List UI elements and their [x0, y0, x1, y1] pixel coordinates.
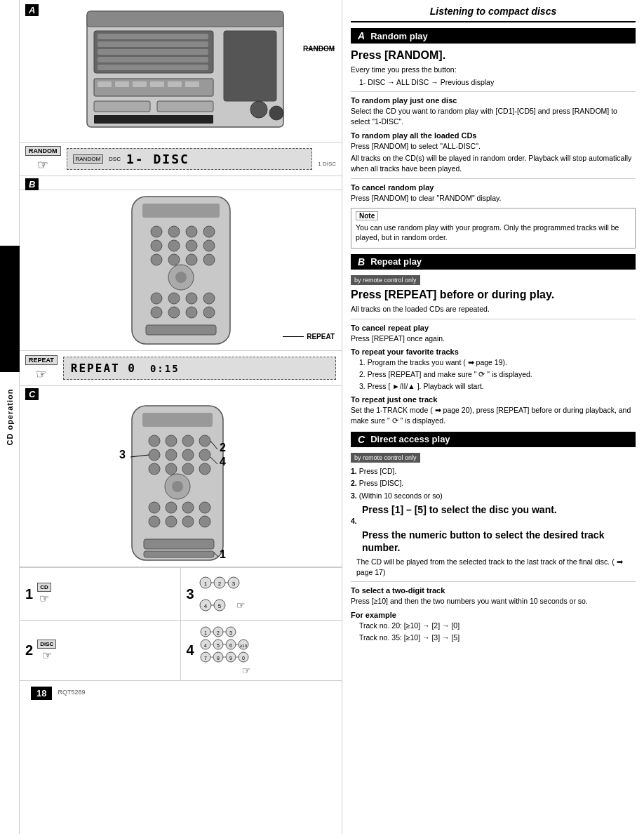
random-button-label: RANDOM — [25, 146, 61, 156]
repeat-button-label: REPEAT — [25, 355, 58, 365]
svg-point-27 — [151, 240, 162, 251]
svg-rect-8 — [224, 31, 276, 101]
svg-rect-20 — [94, 115, 213, 124]
svg-text:2: 2 — [217, 630, 220, 635]
svg-point-64 — [182, 502, 194, 513]
svg-text:1: 1 — [220, 548, 226, 560]
num-buttons-row2-svg: 4 5 — [199, 595, 234, 616]
svg-text:5: 5 — [217, 603, 221, 609]
svg-text:5: 5 — [217, 643, 220, 648]
repeat-arrow-label: REPEAT — [283, 333, 335, 340]
section-c-two-digit-text: Press [≥10] and then the two numbers you… — [351, 596, 636, 607]
sep3 — [351, 319, 636, 319]
note-text: You can use random play with your progra… — [356, 223, 631, 243]
model-code: RQT5289 — [58, 689, 85, 696]
svg-point-58 — [182, 463, 194, 475]
svg-point-54 — [182, 449, 194, 461]
section-a-sub2-text: Press [RANDOM] to select "ALL-DISC". — [351, 141, 636, 152]
svg-point-53 — [166, 449, 177, 461]
random-badge-display: RANDOM — [73, 154, 104, 164]
svg-text:4: 4 — [203, 603, 207, 609]
svg-point-48 — [149, 435, 160, 446]
step-1-cell: 1 CD ☞ — [20, 568, 181, 621]
svg-point-29 — [186, 240, 197, 251]
section-c-badge: by remote control only — [351, 453, 420, 463]
section-b-header: B Repeat play — [351, 254, 636, 270]
svg-point-51 — [199, 435, 210, 446]
section-a-sub4-text: Press [RANDOM] to clear "RANDOM" display… — [351, 193, 636, 204]
step-4-buttons: 1 2 3 4 5 6 — [199, 625, 251, 676]
num-buttons-row1-svg: 1 2 3 — [199, 572, 241, 593]
svg-rect-9 — [94, 79, 213, 96]
step2-num: 2. — [351, 479, 357, 487]
random-arrow-line — [307, 48, 335, 49]
section-a-illustration: A — [20, 0, 342, 143]
section-c-step3-qualifier: 3. (Within 10 seconds or so) — [351, 491, 636, 501]
note-label: Note — [356, 211, 378, 220]
svg-point-37 — [151, 293, 162, 304]
svg-point-65 — [199, 502, 210, 513]
section-c-example-list: Track no. 20: [≥10] → [2] → [0] Track no… — [351, 621, 636, 642]
step-1-number: 1 — [25, 586, 33, 602]
section-c-two-digit-heading: To select a two-digit track — [351, 586, 636, 595]
repeat-time-display: 0:15 — [150, 363, 180, 374]
svg-point-33 — [186, 254, 197, 265]
step-2-icon: DISC ☞ — [37, 640, 56, 662]
svg-point-68 — [182, 516, 194, 527]
section-b-sub3-heading: To repeat just one track — [351, 395, 636, 404]
svg-text:3: 3 — [119, 449, 126, 461]
svg-rect-22 — [142, 204, 220, 218]
section-a-sub2-heading: To random play all the loaded CDs — [351, 131, 636, 140]
svg-point-31 — [151, 254, 162, 265]
left-panel: A — [20, 0, 342, 834]
svg-point-59 — [199, 463, 210, 475]
section-a-letter: A — [358, 30, 365, 41]
sidebar-black-bar — [0, 246, 20, 372]
section-c-step4-text: Press the numeric button to select the d… — [351, 529, 636, 554]
svg-point-32 — [168, 254, 180, 265]
svg-text:2: 2 — [220, 442, 226, 454]
disc-badge-display: DSC — [109, 156, 121, 162]
svg-rect-4 — [98, 41, 208, 47]
one-disc-label: 1 DISC — [318, 161, 336, 167]
svg-point-67 — [166, 516, 177, 527]
section-b-label-area: B — [20, 176, 342, 190]
svg-point-28 — [168, 240, 180, 251]
svg-rect-1 — [87, 11, 283, 27]
remote-control-svg-c: 3 2 4 1 — [104, 402, 258, 564]
svg-point-34 — [203, 254, 215, 265]
section-a-sub3-text: All tracks on the CD(s) will be played i… — [351, 153, 636, 173]
sep2 — [351, 178, 636, 179]
section-b-label: B — [25, 178, 39, 190]
section-a-every-time: Every time you press the button: — [351, 65, 636, 75]
step-4-number: 4 — [187, 642, 194, 658]
svg-text:8: 8 — [217, 656, 220, 661]
step3-num: 3. — [351, 491, 357, 500]
section-a-label: A — [25, 4, 39, 16]
step4-num: 4. — [351, 517, 357, 525]
section-b-sub3-text: Set the 1-TRACK mode ( ➡ page 20), press… — [351, 405, 636, 425]
section-c-header: C Direct access play — [351, 432, 636, 447]
section-c-label-area: C — [20, 386, 342, 399]
section-c-illustration: 3 2 4 1 — [20, 399, 342, 567]
svg-point-52 — [149, 449, 160, 461]
svg-point-39 — [186, 293, 197, 304]
random-display-box: RANDOM DSC 1- DISC — [67, 148, 313, 170]
sep1 — [351, 91, 636, 92]
section-c-step3-text: Press [1] – [5] to select the disc you w… — [351, 503, 636, 516]
section-c-step2: 2. Press [DISC]. — [351, 478, 636, 489]
step-4-cell: 4 1 2 3 4 5 — [181, 621, 342, 681]
svg-text:1: 1 — [204, 630, 207, 635]
section-c-example-0: Track no. 20: [≥10] → [2] → [0] — [359, 621, 636, 631]
remote-control-svg-b — [111, 193, 251, 348]
svg-rect-71 — [144, 551, 214, 557]
section-c-label: C — [25, 388, 39, 400]
svg-text:3: 3 — [232, 581, 235, 587]
section-b-letter: B — [358, 256, 365, 267]
section-b-title: Repeat play — [370, 256, 422, 267]
step-3-buttons: 1 2 3 4 — [199, 572, 246, 616]
step-3-number: 3 — [187, 586, 194, 602]
sep4 — [351, 581, 636, 582]
svg-point-69 — [199, 516, 210, 527]
section-c-step1: 1. Press [CD]. — [351, 466, 636, 477]
